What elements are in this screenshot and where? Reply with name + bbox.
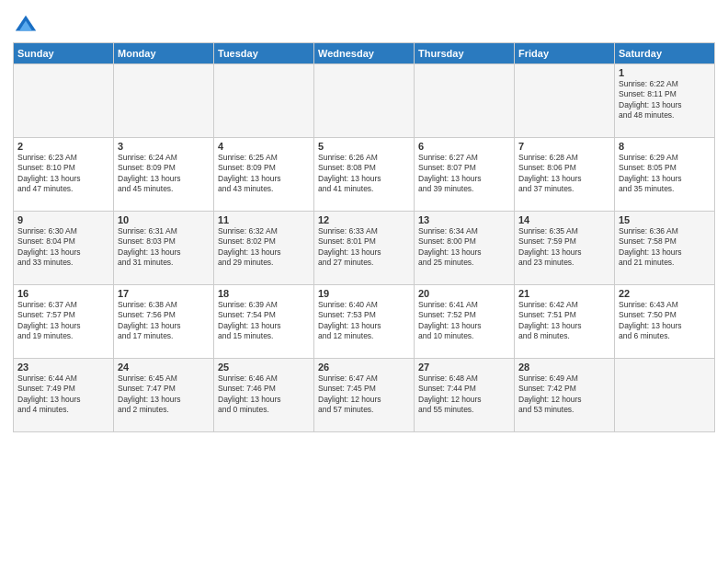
- day-info: Sunrise: 6:37 AM Sunset: 7:57 PM Dayligh…: [17, 300, 109, 342]
- day-info: Sunrise: 6:46 AM Sunset: 7:46 PM Dayligh…: [218, 373, 310, 416]
- day-number: 18: [218, 288, 310, 299]
- day-cell: 24Sunrise: 6:45 AM Sunset: 7:47 PM Dayli…: [114, 359, 214, 432]
- day-cell: 18Sunrise: 6:39 AM Sunset: 7:54 PM Dayli…: [214, 285, 314, 359]
- day-cell: 27Sunrise: 6:48 AM Sunset: 7:44 PM Dayli…: [415, 359, 515, 432]
- header-cell-saturday: Saturday: [615, 43, 715, 64]
- day-number: 7: [518, 141, 610, 152]
- day-cell: 23Sunrise: 6:44 AM Sunset: 7:49 PM Dayli…: [14, 359, 114, 432]
- day-cell: 10Sunrise: 6:31 AM Sunset: 8:03 PM Dayli…: [114, 212, 214, 285]
- day-cell: [14, 64, 114, 138]
- day-number: 4: [218, 141, 310, 152]
- day-info: Sunrise: 6:38 AM Sunset: 7:56 PM Dayligh…: [118, 300, 210, 342]
- day-cell: 15Sunrise: 6:36 AM Sunset: 7:58 PM Dayli…: [615, 212, 715, 285]
- day-cell: [114, 64, 214, 138]
- day-cell: 11Sunrise: 6:32 AM Sunset: 8:02 PM Dayli…: [214, 212, 314, 285]
- day-info: Sunrise: 6:33 AM Sunset: 8:01 PM Dayligh…: [318, 226, 410, 269]
- day-number: 5: [318, 141, 410, 152]
- day-cell: 22Sunrise: 6:43 AM Sunset: 7:50 PM Dayli…: [615, 285, 715, 359]
- header-row: SundayMondayTuesdayWednesdayThursdayFrid…: [14, 43, 715, 64]
- day-number: 26: [318, 362, 410, 373]
- day-cell: 20Sunrise: 6:41 AM Sunset: 7:52 PM Dayli…: [415, 285, 515, 359]
- day-number: 6: [418, 141, 510, 152]
- day-info: Sunrise: 6:39 AM Sunset: 7:54 PM Dayligh…: [218, 300, 310, 342]
- logo-icon: [13, 13, 39, 39]
- day-info: Sunrise: 6:35 AM Sunset: 7:59 PM Dayligh…: [518, 226, 610, 269]
- day-info: Sunrise: 6:28 AM Sunset: 8:06 PM Dayligh…: [518, 153, 610, 195]
- day-info: Sunrise: 6:45 AM Sunset: 7:47 PM Dayligh…: [118, 373, 210, 416]
- day-number: 3: [118, 141, 210, 152]
- day-info: Sunrise: 6:36 AM Sunset: 7:58 PM Dayligh…: [619, 226, 711, 269]
- day-cell: [615, 359, 715, 432]
- day-info: Sunrise: 6:30 AM Sunset: 8:04 PM Dayligh…: [17, 226, 109, 269]
- day-info: Sunrise: 6:23 AM Sunset: 8:10 PM Dayligh…: [17, 153, 109, 195]
- header-cell-sunday: Sunday: [14, 43, 114, 64]
- header-cell-friday: Friday: [515, 43, 615, 64]
- day-info: Sunrise: 6:22 AM Sunset: 8:11 PM Dayligh…: [619, 79, 711, 121]
- day-cell: [314, 64, 415, 138]
- day-info: Sunrise: 6:27 AM Sunset: 8:07 PM Dayligh…: [418, 153, 510, 195]
- day-cell: 3Sunrise: 6:24 AM Sunset: 8:09 PM Daylig…: [114, 138, 214, 212]
- day-number: 13: [418, 214, 510, 225]
- day-cell: 4Sunrise: 6:25 AM Sunset: 8:09 PM Daylig…: [214, 138, 314, 212]
- day-cell: 2Sunrise: 6:23 AM Sunset: 8:10 PM Daylig…: [14, 138, 114, 212]
- day-cell: 19Sunrise: 6:40 AM Sunset: 7:53 PM Dayli…: [314, 285, 415, 359]
- day-number: 24: [118, 362, 210, 373]
- header-cell-monday: Monday: [114, 43, 214, 64]
- day-cell: 25Sunrise: 6:46 AM Sunset: 7:46 PM Dayli…: [214, 359, 314, 432]
- day-number: 16: [17, 288, 109, 299]
- day-number: 12: [318, 214, 410, 225]
- day-info: Sunrise: 6:48 AM Sunset: 7:44 PM Dayligh…: [418, 373, 510, 416]
- day-info: Sunrise: 6:25 AM Sunset: 8:09 PM Dayligh…: [218, 153, 310, 195]
- day-cell: [515, 64, 615, 138]
- day-number: 17: [118, 288, 210, 299]
- day-info: Sunrise: 6:41 AM Sunset: 7:52 PM Dayligh…: [418, 300, 510, 342]
- day-cell: 13Sunrise: 6:34 AM Sunset: 8:00 PM Dayli…: [415, 212, 515, 285]
- week-row-4: 16Sunrise: 6:37 AM Sunset: 7:57 PM Dayli…: [14, 285, 715, 359]
- day-cell: 12Sunrise: 6:33 AM Sunset: 8:01 PM Dayli…: [314, 212, 415, 285]
- day-number: 9: [17, 214, 109, 225]
- day-info: Sunrise: 6:43 AM Sunset: 7:50 PM Dayligh…: [619, 300, 711, 342]
- day-cell: 16Sunrise: 6:37 AM Sunset: 7:57 PM Dayli…: [14, 285, 114, 359]
- day-info: Sunrise: 6:29 AM Sunset: 8:05 PM Dayligh…: [619, 153, 711, 195]
- day-info: Sunrise: 6:40 AM Sunset: 7:53 PM Dayligh…: [318, 300, 410, 342]
- day-number: 28: [518, 362, 610, 373]
- week-row-2: 2Sunrise: 6:23 AM Sunset: 8:10 PM Daylig…: [14, 138, 715, 212]
- day-cell: 9Sunrise: 6:30 AM Sunset: 8:04 PM Daylig…: [14, 212, 114, 285]
- day-info: Sunrise: 6:42 AM Sunset: 7:51 PM Dayligh…: [518, 300, 610, 342]
- day-number: 14: [518, 214, 610, 225]
- page-header: [13, 9, 715, 39]
- day-cell: 26Sunrise: 6:47 AM Sunset: 7:45 PM Dayli…: [314, 359, 415, 432]
- header-cell-thursday: Thursday: [415, 43, 515, 64]
- day-number: 22: [619, 288, 711, 299]
- day-number: 19: [318, 288, 410, 299]
- day-number: 2: [17, 141, 109, 152]
- day-number: 21: [518, 288, 610, 299]
- day-info: Sunrise: 6:24 AM Sunset: 8:09 PM Dayligh…: [118, 153, 210, 195]
- day-cell: 28Sunrise: 6:49 AM Sunset: 7:42 PM Dayli…: [515, 359, 615, 432]
- day-cell: [415, 64, 515, 138]
- day-info: Sunrise: 6:32 AM Sunset: 8:02 PM Dayligh…: [218, 226, 310, 269]
- day-cell: 17Sunrise: 6:38 AM Sunset: 7:56 PM Dayli…: [114, 285, 214, 359]
- calendar-page: SundayMondayTuesdayWednesdayThursdayFrid…: [0, 0, 728, 563]
- day-number: 27: [418, 362, 510, 373]
- day-number: 25: [218, 362, 310, 373]
- day-number: 15: [619, 214, 711, 225]
- day-cell: 1Sunrise: 6:22 AM Sunset: 8:11 PM Daylig…: [615, 64, 715, 138]
- day-number: 20: [418, 288, 510, 299]
- day-info: Sunrise: 6:31 AM Sunset: 8:03 PM Dayligh…: [118, 226, 210, 269]
- day-cell: 14Sunrise: 6:35 AM Sunset: 7:59 PM Dayli…: [515, 212, 615, 285]
- day-info: Sunrise: 6:47 AM Sunset: 7:45 PM Dayligh…: [318, 373, 410, 416]
- day-number: 23: [17, 362, 109, 373]
- day-info: Sunrise: 6:34 AM Sunset: 8:00 PM Dayligh…: [418, 226, 510, 269]
- day-cell: 7Sunrise: 6:28 AM Sunset: 8:06 PM Daylig…: [515, 138, 615, 212]
- day-number: 8: [619, 141, 711, 152]
- week-row-5: 23Sunrise: 6:44 AM Sunset: 7:49 PM Dayli…: [14, 359, 715, 432]
- day-cell: 21Sunrise: 6:42 AM Sunset: 7:51 PM Dayli…: [515, 285, 615, 359]
- day-cell: [214, 64, 314, 138]
- day-info: Sunrise: 6:44 AM Sunset: 7:49 PM Dayligh…: [17, 373, 109, 416]
- day-number: 11: [218, 214, 310, 225]
- day-cell: 6Sunrise: 6:27 AM Sunset: 8:07 PM Daylig…: [415, 138, 515, 212]
- logo: [13, 13, 40, 39]
- header-cell-tuesday: Tuesday: [214, 43, 314, 64]
- week-row-1: 1Sunrise: 6:22 AM Sunset: 8:11 PM Daylig…: [14, 64, 715, 138]
